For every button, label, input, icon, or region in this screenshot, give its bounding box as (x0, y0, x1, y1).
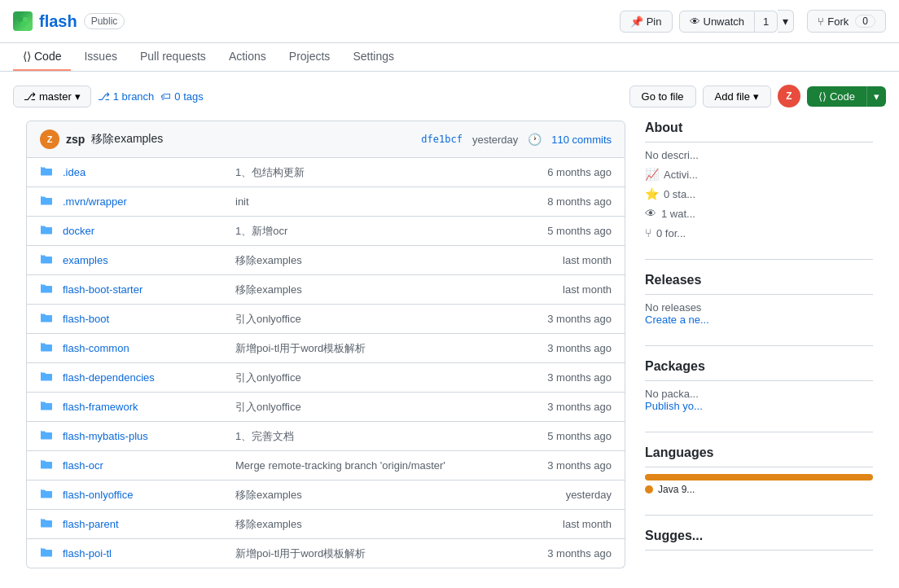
file-commit-message: 移除examples (235, 283, 504, 297)
repo-nav: ⟨⟩ Code Issues Pull requests Actions Pro… (0, 43, 899, 72)
commit-header: Z zsp 移除examples dfe1bcf yesterday 🕐 110… (26, 121, 625, 158)
file-table-container: Z zsp 移除examples dfe1bcf yesterday 🕐 110… (26, 121, 625, 570)
table-row: flash-boot引入onlyoffice3 months ago (27, 305, 625, 334)
commit-time: yesterday (472, 134, 518, 146)
unwatch-label: Unwatch (704, 15, 745, 28)
watch-button[interactable]: 👁 Unwatch (679, 11, 756, 33)
svg-point-2 (20, 21, 25, 26)
folder-icon (40, 194, 53, 209)
divider-1 (645, 259, 873, 260)
branch-dropdown-icon: ▾ (75, 90, 81, 103)
settings-tab[interactable]: Settings (343, 43, 404, 71)
table-row: .idea1、包结构更新6 months ago (27, 158, 625, 187)
pullrequests-tab[interactable]: Pull requests (130, 43, 216, 71)
packages-section: Packages No packa... Publish yo... (645, 359, 873, 412)
projects-tab[interactable]: Projects (279, 43, 340, 71)
avatar-initial: Z (786, 90, 792, 102)
file-name-link[interactable]: flash-boot-starter (63, 283, 226, 296)
commit-hash[interactable]: dfe1bcf (421, 134, 463, 145)
file-name-link[interactable]: flash-boot (63, 313, 226, 325)
file-name-link[interactable]: flash-dependencies (63, 371, 226, 384)
no-packages: No packa... (645, 388, 873, 400)
watchers-label[interactable]: 1 wat... (661, 208, 695, 220)
main-layout: Z zsp 移除examples dfe1bcf yesterday 🕐 110… (13, 121, 886, 570)
branch-count-link[interactable]: ⎇ 1 branch (98, 90, 155, 103)
pin-icon: 📌 (630, 15, 643, 28)
user-avatar[interactable]: Z (778, 85, 800, 108)
forks-stat: ⑂ 0 for... (645, 226, 873, 239)
code-main-button[interactable]: ⟨⟩ Code (807, 86, 866, 107)
folder-icon (40, 165, 53, 180)
no-releases: No releases (645, 301, 873, 314)
file-name-link[interactable]: flash-mybatis-plus (63, 430, 226, 442)
watch-dropdown-arrow[interactable]: ▾ (778, 10, 794, 33)
divider-2 (645, 345, 873, 346)
file-commit-message: 引入onlyoffice (235, 400, 504, 415)
tags-count-link[interactable]: 🏷 0 tags (160, 90, 203, 103)
repo-name[interactable]: flash (39, 12, 77, 31)
folder-icon (40, 282, 53, 297)
file-name-link[interactable]: .mvn/wrapper (63, 195, 226, 208)
go-to-file-button[interactable]: Go to file (629, 86, 696, 108)
issues-tab[interactable]: Issues (74, 43, 126, 71)
branch-selector[interactable]: ⎇ master ▾ (13, 86, 91, 108)
fork-icon: ⑂ (818, 15, 824, 28)
about-title: About (645, 121, 873, 143)
add-file-group: Add file ▾ (703, 86, 771, 108)
add-file-button[interactable]: Add file ▾ (703, 86, 771, 108)
stars-label[interactable]: 0 sta... (664, 188, 695, 200)
file-commit-message: 引入onlyoffice (235, 371, 504, 385)
branch-icon: ⎇ (24, 90, 36, 103)
star-icon: ⭐ (645, 187, 659, 200)
table-row: docker1、新增ocr5 months ago (27, 217, 625, 246)
file-time: last month (514, 254, 612, 266)
file-name-link[interactable]: .idea (63, 166, 226, 178)
file-name-link[interactable]: flash-framework (63, 401, 226, 413)
file-name-link[interactable]: flash-parent (63, 518, 226, 530)
sidebar: About No descri... 📈 Activi... ⭐ 0 sta..… (645, 121, 873, 570)
sidebar-stats: 📈 Activi... ⭐ 0 sta... 👁 1 wat... ⑂ 0 fo… (645, 168, 873, 239)
file-name-link[interactable]: flash-ocr (63, 459, 226, 472)
table-row: examples移除exampleslast month (27, 246, 625, 275)
branches-icon: ⎇ (98, 90, 110, 103)
file-name-link[interactable]: docker (63, 225, 226, 237)
watch-count[interactable]: 1 (755, 11, 778, 33)
file-commit-message: Merge remote-tracking branch 'origin/mas… (235, 459, 504, 472)
folder-icon (40, 340, 53, 356)
code-tab[interactable]: ⟨⟩ Code (13, 43, 71, 71)
commit-count[interactable]: 110 commits (551, 134, 612, 146)
file-name-link[interactable]: flash-onlyoffice (63, 489, 226, 501)
eye-icon: 👁 (690, 15, 700, 28)
folder-icon (40, 546, 53, 561)
file-time: 3 months ago (514, 342, 612, 354)
fork-button[interactable]: ⑂ Fork 0 (807, 10, 886, 33)
packages-title: Packages (645, 359, 873, 381)
forks-label[interactable]: 0 for... (656, 227, 686, 239)
actions-tab[interactable]: Actions (219, 43, 276, 71)
publish-link[interactable]: Publish yo... (645, 400, 873, 412)
file-time: 3 months ago (514, 371, 612, 384)
activity-label[interactable]: Activi... (664, 169, 698, 181)
file-commit-message: 新增poi-tl用于word模板解析 (235, 546, 504, 561)
folder-icon (40, 252, 53, 268)
repo-toolbar: ⎇ master ▾ ⎇ 1 branch 🏷 0 tags Go to fil… (13, 72, 886, 121)
watch-button-group: 👁 Unwatch 1 ▾ (679, 10, 795, 33)
watchers-stat: 👁 1 wat... (645, 207, 873, 220)
suggests-title: Sugges... (645, 529, 873, 551)
page-content: ⎇ master ▾ ⎇ 1 branch 🏷 0 tags Go to fil… (0, 72, 899, 570)
file-commit-message: 1、新增ocr (235, 224, 504, 239)
file-name-link[interactable]: flash-common (63, 342, 226, 354)
file-name-link[interactable]: examples (63, 254, 226, 266)
file-commit-message: 新增poi-tl用于word模板解析 (235, 341, 504, 356)
file-time: 3 months ago (514, 401, 612, 413)
file-name-link[interactable]: flash-poi-tl (63, 547, 226, 559)
pin-button[interactable]: 📌 Pin (620, 11, 673, 33)
languages-title: Languages (645, 445, 873, 467)
folder-icon (40, 428, 53, 444)
divider-3 (645, 432, 873, 432)
code-dropdown-button[interactable]: ▾ (866, 86, 886, 107)
commit-author: zsp (66, 133, 85, 146)
create-release-link[interactable]: Create a ne... (645, 314, 873, 326)
table-row: flash-poi-tl新增poi-tl用于word模板解析3 months a… (27, 539, 625, 568)
file-time: 6 months ago (514, 166, 612, 178)
